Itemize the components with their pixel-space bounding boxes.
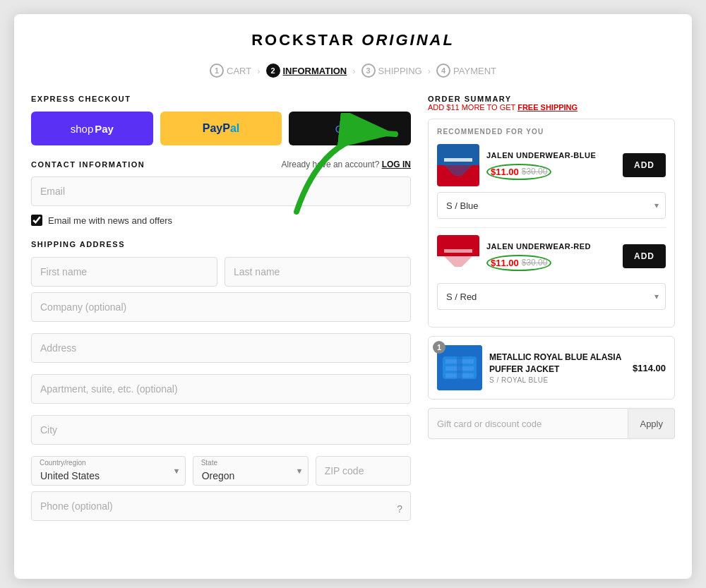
paypal-button[interactable]: P ayP al <box>160 112 282 145</box>
add-red-button[interactable]: ADD <box>623 244 666 268</box>
paypal-label: ayP <box>210 122 229 135</box>
rec-product-blue-img <box>437 144 479 186</box>
contact-header-right: Already have an account? LOG IN <box>282 160 411 169</box>
phone-input[interactable] <box>31 491 411 521</box>
region-row: Country/region United States ▾ State Ore… <box>31 456 411 486</box>
rec-product-blue-row: JALEN UNDERWEAR-BLUE $11.00 $30.00 ADD <box>437 144 666 186</box>
svg-rect-0 <box>437 144 479 165</box>
red-variant-select[interactable]: S / Red <box>437 283 666 310</box>
recommended-section: RECOMMENDED FOR YOU <box>428 119 675 328</box>
breadcrumb-information[interactable]: 2 INFORMATION <box>266 64 347 78</box>
breadcrumb-sep-1: › <box>257 66 260 76</box>
country-label: Country/region <box>40 459 86 467</box>
name-row <box>31 257 411 287</box>
left-column: EXPRESS CHECKOUT shop Pay P ayP al G Pay <box>31 95 411 541</box>
shipping-label: SHIPPING ADDRESS <box>31 240 411 248</box>
first-name-input[interactable] <box>31 257 217 287</box>
email-input[interactable] <box>31 176 411 206</box>
right-column: ORDER SUMMARY ADD $11 MORE TO GET FREE S… <box>428 95 675 541</box>
newsletter-checkbox-row: Email me with news and offers <box>31 215 411 226</box>
express-checkout-label: EXPRESS CHECKOUT <box>31 95 411 103</box>
paypal-p-letter: P <box>203 122 210 135</box>
svg-rect-3 <box>437 235 479 256</box>
order-summary-header: ORDER SUMMARY ADD $11 MORE TO GET FREE S… <box>428 95 675 112</box>
shipping-note-text: ADD $11 MORE TO GET <box>428 103 515 112</box>
cart-item-variant: S / ROYAL BLUE <box>489 376 626 384</box>
puffer-jacket-svg <box>437 345 482 390</box>
cart-item-price: $114.00 <box>633 363 666 373</box>
rec-product-red: JALEN UNDERWEAR-RED $11.00 $30.00 ADD <box>437 235 666 310</box>
rec-product-red-name: JALEN UNDERWEAR-RED <box>486 241 616 251</box>
breadcrumb-sep-2: › <box>352 66 355 76</box>
last-name-input[interactable] <box>225 257 411 287</box>
gpay-label: G Pay <box>335 123 365 135</box>
contact-section: CONTACT INFORMATION Already have an acco… <box>31 160 411 226</box>
address-input[interactable] <box>31 333 411 363</box>
order-summary-title: ORDER SUMMARY <box>428 95 675 103</box>
brand-title: ROCKSTAR ORIGINAL <box>31 31 675 49</box>
breadcrumb-payment[interactable]: 4 PAYMENT <box>436 64 496 78</box>
apply-discount-button[interactable]: Apply <box>628 408 675 439</box>
company-input[interactable] <box>31 292 411 322</box>
free-shipping-note: ADD $11 MORE TO GET FREE SHIPPING <box>428 103 675 112</box>
cart-item-section: 1 METALL <box>428 336 675 400</box>
city-row <box>31 415 411 450</box>
shopify-pay-button[interactable]: shop Pay <box>31 112 153 145</box>
help-icon: ? <box>397 503 402 515</box>
brand-name-part1: ROCKSTAR <box>251 31 355 49</box>
apartment-row <box>31 374 411 409</box>
breadcrumb-payment-label: PAYMENT <box>453 66 496 76</box>
shipping-section: SHIPPING ADDRESS <box>31 240 411 527</box>
breadcrumb-sep-3: › <box>428 66 431 76</box>
step-num-3: 3 <box>361 64 376 78</box>
blue-variant-select[interactable]: S / Blue <box>437 192 666 219</box>
pay-text: Pay <box>95 123 114 135</box>
apartment-input[interactable] <box>31 374 411 404</box>
rec-product-blue-price-row: $11.00 $30.00 <box>486 164 616 180</box>
blue-variant-select-wrap: S / Blue <box>437 192 666 219</box>
rec-product-blue: JALEN UNDERWEAR-BLUE $11.00 $30.00 ADD <box>437 144 666 219</box>
gpay-button[interactable]: G Pay <box>289 112 411 145</box>
page-container: ROCKSTAR ORIGINAL 1 CART › 2 INFORMATION… <box>14 14 692 579</box>
paypal-al: al <box>230 122 239 135</box>
step-num-2: 2 <box>266 64 280 78</box>
newsletter-checkbox[interactable] <box>31 215 42 226</box>
breadcrumb-cart[interactable]: 1 CART <box>210 64 251 78</box>
svg-rect-5 <box>444 249 472 253</box>
zip-input[interactable] <box>316 456 411 486</box>
city-input[interactable] <box>31 415 411 445</box>
step-num-4: 4 <box>436 64 450 78</box>
company-row <box>31 292 411 328</box>
rec-product-red-price-row: $11.00 $30.00 <box>486 255 616 271</box>
breadcrumb: 1 CART › 2 INFORMATION › 3 SHIPPING › 4 … <box>31 64 675 78</box>
discount-input[interactable] <box>428 408 628 439</box>
red-underwear-svg <box>437 235 479 277</box>
step-num-1: 1 <box>210 64 224 78</box>
login-link[interactable]: LOG IN <box>382 160 411 169</box>
breadcrumb-shipping[interactable]: 3 SHIPPING <box>361 64 422 78</box>
cart-item-row: 1 METALL <box>437 345 666 390</box>
express-buttons: shop Pay P ayP al G Pay <box>31 112 411 145</box>
red-variant-select-wrap: S / Red <box>437 283 666 310</box>
rec-product-red-img <box>437 235 479 277</box>
blue-orig-price: $30.00 <box>522 167 548 176</box>
blue-underwear-svg <box>437 144 479 186</box>
phone-row: ? <box>31 491 411 527</box>
cart-item-img <box>437 345 482 390</box>
svg-rect-2 <box>444 158 472 162</box>
country-select-wrap: Country/region United States ▾ <box>31 456 186 486</box>
blue-price-circle: $11.00 $30.00 <box>486 164 551 180</box>
cart-item-info: METALLIC ROYAL BLUE ALASIA PUFFER JACKET… <box>489 352 626 385</box>
breadcrumb-cart-label: CART <box>227 66 251 76</box>
g-letter: G <box>335 123 344 135</box>
express-checkout-section: EXPRESS CHECKOUT shop Pay P ayP al G Pay <box>31 95 411 145</box>
free-shipping-link[interactable]: FREE SHIPPING <box>517 103 578 112</box>
blue-sale-price: $11.00 <box>491 167 519 177</box>
add-blue-button[interactable]: ADD <box>623 153 666 177</box>
state-label: State <box>201 459 217 467</box>
red-orig-price: $30.00 <box>522 258 548 268</box>
rec-product-blue-info: JALEN UNDERWEAR-BLUE $11.00 $30.00 <box>486 150 616 179</box>
rec-product-red-row: JALEN UNDERWEAR-RED $11.00 $30.00 ADD <box>437 235 666 277</box>
rec-product-blue-name: JALEN UNDERWEAR-BLUE <box>486 150 616 160</box>
contact-header: CONTACT INFORMATION Already have an acco… <box>31 160 411 169</box>
